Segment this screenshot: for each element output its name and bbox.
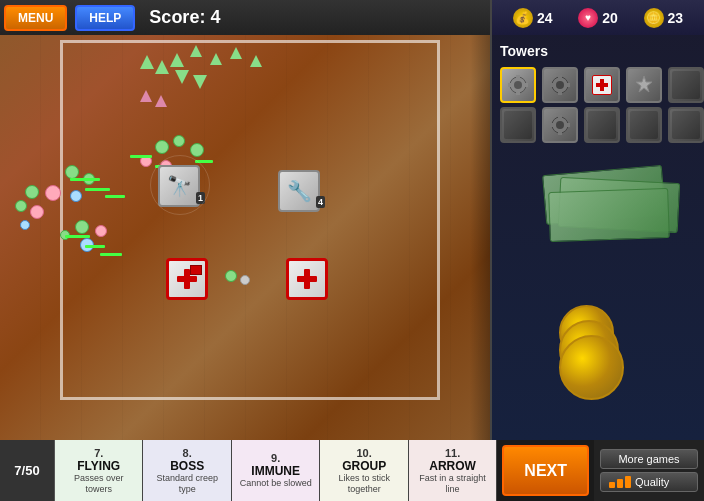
quality-bar-2: [617, 479, 623, 488]
tower-slot-7[interactable]: [542, 107, 578, 143]
svg-rect-8: [558, 75, 562, 80]
tower-slot-8[interactable]: [584, 107, 620, 143]
svg-rect-10: [550, 83, 555, 87]
svg-rect-16: [558, 130, 562, 135]
svg-rect-15: [558, 115, 562, 120]
quality-label: Quality: [635, 476, 669, 488]
wave-8-name: BOSS: [170, 459, 204, 473]
bill-3: [548, 188, 670, 242]
svg-rect-17: [550, 123, 555, 127]
svg-point-7: [556, 81, 564, 89]
gold-value: 24: [537, 10, 553, 26]
coin-resource: 🪙 23: [644, 8, 684, 28]
bottom-right-panel: More games Quality: [594, 440, 704, 501]
top-bar: MENU HELP Score: 4: [0, 0, 490, 35]
svg-rect-4: [508, 83, 513, 87]
wave-7-desc: Passes over towers: [61, 473, 136, 495]
gold-icon: 💰: [513, 8, 533, 28]
wave-card-arrow[interactable]: 11. ARROW Fast in a straight line: [409, 440, 497, 501]
health-bar-6: [195, 160, 213, 163]
heart-value: 20: [602, 10, 618, 26]
tower-2[interactable]: 🔧: [278, 170, 324, 216]
wave-counter: 7/50: [0, 440, 55, 501]
heart-resource: ♥ 20: [578, 8, 618, 28]
svg-rect-11: [565, 83, 570, 87]
next-button[interactable]: NEXT: [502, 445, 589, 496]
health-bar-4: [130, 155, 152, 158]
tower-2-label: 4: [316, 196, 325, 208]
tower-3-flag: [190, 265, 202, 275]
right-panel: 💰 24 ♥ 20 🪙 23 Towers: [490, 0, 704, 440]
wave-10-num: 10.: [356, 447, 371, 459]
svg-rect-2: [516, 75, 520, 80]
wave-card-boss[interactable]: 8. BOSS Standard creep type: [143, 440, 231, 501]
bottom-bar: 7/50 7. FLYING Passes over towers 8. BOS…: [0, 440, 704, 501]
svg-rect-18: [565, 123, 570, 127]
desk-items: [490, 160, 704, 300]
coins-stack: [470, 300, 684, 400]
wave-card-group[interactable]: 10. GROUP Likes to stick together: [320, 440, 408, 501]
tower-slot-2[interactable]: [542, 67, 578, 103]
help-button[interactable]: HELP: [75, 5, 135, 31]
coin-value: 23: [668, 10, 684, 26]
wave-9-num: 9.: [271, 452, 280, 464]
health-bar-3: [105, 195, 125, 198]
money-bills: [544, 170, 694, 250]
wave-11-desc: Fast in a straight line: [415, 473, 490, 495]
wave-card-flying[interactable]: 7. FLYING Passes over towers: [55, 440, 143, 501]
health-bar-1: [70, 178, 100, 181]
health-bar-9: [100, 253, 122, 256]
svg-rect-5: [523, 83, 528, 87]
wave-7-name: FLYING: [77, 459, 120, 473]
tower-4[interactable]: [286, 258, 332, 304]
quality-button[interactable]: Quality: [600, 472, 698, 492]
wave-9-name: IMMUNE: [251, 464, 300, 478]
health-bar-2: [85, 188, 110, 191]
svg-point-14: [556, 121, 564, 129]
tower-slot-4[interactable]: [626, 67, 662, 103]
menu-button[interactable]: MENU: [4, 5, 67, 31]
coin-icon: 🪙: [644, 8, 664, 28]
quality-bar-1: [609, 482, 615, 488]
tower-slot-9[interactable]: [626, 107, 662, 143]
health-bar-8: [85, 245, 105, 248]
tower-1-label: 1: [196, 192, 205, 204]
wave-9-desc: Cannot be slowed: [240, 478, 312, 489]
wave-8-num: 8.: [183, 447, 192, 459]
svg-rect-9: [558, 90, 562, 95]
quality-bar-3: [625, 476, 631, 488]
svg-point-1: [514, 81, 522, 89]
game-container: MENU HELP Score: 4: [0, 0, 704, 501]
gold-resource: 💰 24: [513, 8, 553, 28]
wave-10-desc: Likes to stick together: [326, 473, 401, 495]
tower-slot-6[interactable]: [500, 107, 536, 143]
health-bar-7: [65, 235, 90, 238]
tower-1[interactable]: 🔭: [158, 165, 204, 211]
svg-marker-12: [636, 76, 652, 92]
tower-slot-3[interactable]: [584, 67, 620, 103]
towers-title: Towers: [500, 43, 696, 59]
quality-bars: [609, 476, 631, 488]
wave-10-name: GROUP: [342, 459, 386, 473]
wave-8-desc: Standard creep type: [149, 473, 224, 495]
wave-11-name: ARROW: [429, 459, 476, 473]
heart-icon: ♥: [578, 8, 598, 28]
wave-11-num: 11.: [445, 447, 460, 459]
coin-3: [559, 335, 624, 400]
tower-3[interactable]: [166, 258, 212, 304]
game-path: [60, 40, 440, 400]
svg-rect-3: [516, 90, 520, 95]
towers-section: Towers: [492, 35, 704, 151]
tower-slot-10[interactable]: [668, 107, 704, 143]
game-area[interactable]: MENU HELP Score: 4: [0, 0, 490, 440]
tower-slot-1[interactable]: [500, 67, 536, 103]
more-games-button[interactable]: More games: [600, 449, 698, 469]
tower-slot-5[interactable]: [668, 67, 704, 103]
score-display: Score: 4: [149, 7, 220, 28]
wave-card-immune[interactable]: 9. IMMUNE Cannot be slowed: [232, 440, 320, 501]
resource-bar: 💰 24 ♥ 20 🪙 23: [492, 0, 704, 35]
wave-7-num: 7.: [94, 447, 103, 459]
